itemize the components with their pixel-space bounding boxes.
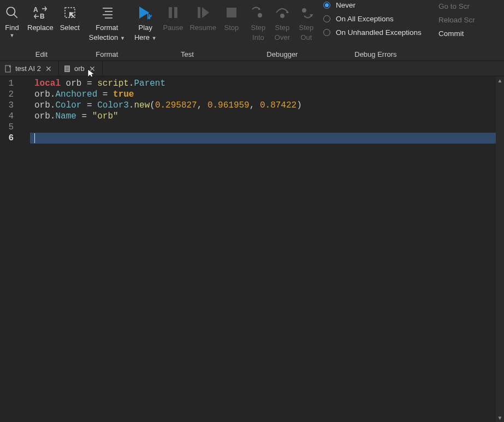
step-over-label-1: Step [275, 23, 290, 33]
resume-icon [196, 2, 210, 23]
select-label: Select [60, 23, 80, 33]
play-icon [137, 2, 153, 23]
code-line: orb.Name = "orb" [34, 111, 504, 122]
step-into-label-1: Step [251, 23, 266, 33]
ribbon-group-debugger: Step Into Step Over Step Out Debugger [246, 0, 318, 61]
debug-error-on-all-label: On All Exceptions [336, 15, 394, 23]
line-number: 3 [0, 100, 14, 111]
editor-tabs: test AI 2 ✕ orb ✕ [0, 61, 504, 76]
svg-point-0 [7, 7, 15, 15]
format-selection-button[interactable]: Format Selection ▼ [86, 1, 128, 43]
group-label-debugger: Debugger [246, 49, 318, 61]
format-selection-label-1: Format [96, 23, 118, 33]
resume-button[interactable]: Resume [186, 1, 219, 33]
close-icon[interactable]: ✕ [44, 64, 53, 73]
text-cursor [34, 133, 35, 143]
group-label-debug-errors: Debug Errors [321, 49, 430, 61]
scroll-up-icon[interactable]: ▲ [496, 76, 504, 85]
resume-label: Resume [189, 23, 216, 33]
debug-error-on-unhandled-label: On Unhandled Exceptions [336, 28, 422, 37]
ribbon-group-test: Play Here ▼ Pause Resume Stop [131, 0, 244, 61]
svg-text:B: B [40, 13, 45, 20]
debug-error-never-label: Never [336, 1, 355, 9]
svg-point-14 [258, 13, 262, 17]
play-here-button[interactable]: Play Here ▼ [131, 1, 160, 43]
stop-icon [225, 2, 238, 23]
go-to-script-button[interactable]: Go to Scr [438, 2, 475, 10]
line-number: 2 [0, 89, 14, 100]
code-line [34, 122, 504, 133]
format-icon [99, 2, 115, 23]
play-label-2: Here [134, 33, 150, 41]
pause-button[interactable]: Pause [160, 1, 187, 33]
code-line: orb.Color = Color3.new(0.295827, 0.96195… [34, 100, 504, 111]
replace-label: Replace [27, 23, 54, 33]
select-button[interactable]: Select [57, 1, 83, 33]
svg-rect-10 [169, 7, 172, 18]
replace-button[interactable]: AB Replace [24, 1, 57, 33]
scroll-down-icon[interactable]: ▼ [496, 414, 504, 422]
line-number: 6 [0, 133, 14, 144]
ribbon-group-format: Format Selection ▼ Format [86, 0, 128, 61]
step-out-label-1: Step [299, 23, 314, 33]
tab-label: orb [74, 64, 85, 73]
debug-error-never[interactable]: Never [323, 1, 430, 9]
play-label-1: Play [139, 23, 152, 33]
radio-icon [323, 2, 330, 9]
step-into-button[interactable]: Step Into [246, 1, 270, 43]
radio-icon [323, 15, 330, 22]
step-out-icon [299, 2, 314, 23]
close-icon[interactable]: ✕ [88, 64, 97, 73]
pause-label: Pause [163, 23, 183, 33]
stop-label: Stop [224, 23, 239, 33]
svg-text:A: A [33, 6, 38, 14]
step-over-label-2: Over [275, 33, 290, 43]
code-line: orb.Anchored = true [34, 89, 504, 100]
current-line-highlight [30, 133, 496, 144]
pause-icon [167, 2, 180, 23]
caret-icon: ▼ [120, 35, 125, 41]
find-button[interactable]: Find ▼ [0, 1, 24, 38]
line-number: 1 [0, 78, 14, 89]
svg-point-15 [280, 14, 284, 18]
ribbon-group-debug-errors: Never On All Exceptions On Unhandled Exc… [321, 0, 430, 61]
radio-icon [323, 29, 330, 36]
svg-point-16 [302, 8, 306, 13]
step-into-icon [251, 2, 266, 23]
group-label-format: Format [86, 49, 128, 61]
ribbon-toolbar: Find ▼ AB Replace Select Edit [0, 0, 504, 61]
vertical-scrollbar[interactable]: ▲ ▼ [496, 76, 504, 422]
line-number: 4 [0, 111, 14, 122]
step-over-icon [275, 2, 290, 23]
step-into-label-2: Into [252, 33, 264, 43]
group-label-test: Test [131, 49, 244, 61]
script-icon [63, 65, 71, 73]
ribbon-group-right: Go to Scr Reload Scr Commit [433, 0, 479, 38]
tab-label: test AI 2 [15, 64, 41, 73]
caret-icon: ▼ [152, 35, 157, 41]
format-selection-label-2: Selection [89, 33, 118, 41]
svg-rect-13 [227, 8, 236, 17]
ribbon-group-edit: Find ▼ AB Replace Select Edit [0, 0, 83, 61]
code-editor[interactable]: 1 2 3 4 5 6 local orb = script.Parent or… [0, 76, 504, 422]
script-icon [4, 65, 12, 73]
group-label-edit: Edit [0, 49, 83, 61]
tab-test-ai-2[interactable]: test AI 2 ✕ [0, 61, 59, 76]
step-over-button[interactable]: Step Over [270, 1, 294, 43]
svg-line-1 [14, 14, 17, 18]
debug-error-on-all[interactable]: On All Exceptions [323, 15, 430, 23]
svg-rect-12 [198, 7, 200, 18]
debug-error-on-unhandled[interactable]: On Unhandled Exceptions [323, 28, 430, 37]
find-label: Find [5, 23, 19, 33]
reload-script-button[interactable]: Reload Scr [438, 16, 475, 24]
line-number-gutter: 1 2 3 4 5 6 [0, 76, 30, 422]
line-number: 5 [0, 122, 14, 133]
select-icon [62, 2, 78, 23]
code-area[interactable]: local orb = script.Parent orb.Anchored =… [30, 76, 504, 422]
step-out-label-2: Out [300, 33, 312, 43]
step-out-button[interactable]: Step Out [294, 1, 318, 43]
tab-orb[interactable]: orb ✕ [59, 61, 103, 76]
commit-button[interactable]: Commit [438, 29, 475, 38]
stop-button[interactable]: Stop [220, 1, 244, 33]
replace-icon: AB [32, 2, 49, 23]
